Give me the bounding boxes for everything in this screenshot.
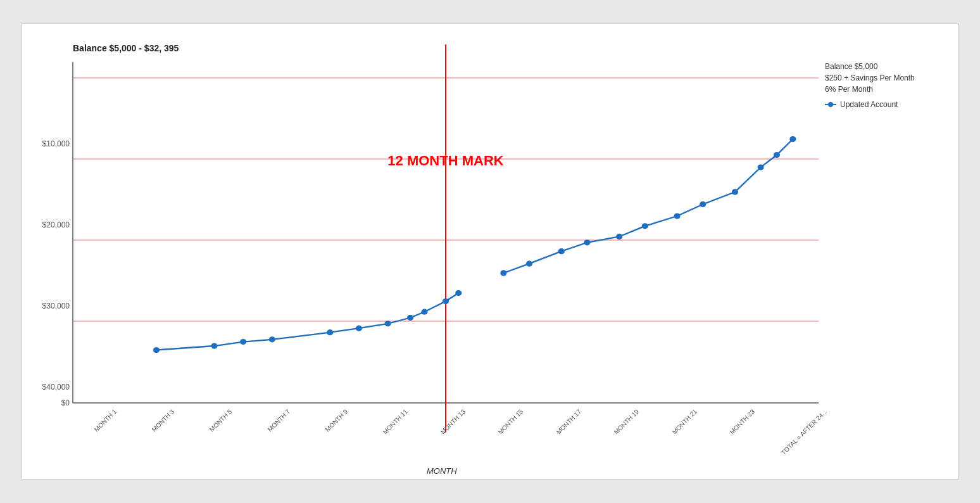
legend: Balance $5,000 $250 + Savings Per Month …	[825, 62, 945, 111]
data-point	[642, 223, 648, 229]
data-point	[455, 290, 462, 296]
legend-line3: 6% Per Month	[825, 85, 945, 94]
chart-container: Balance $5,000 - $32, 395	[22, 23, 958, 480]
x-label-month21: MONTH 21	[670, 408, 698, 436]
legend-series-icon	[825, 102, 836, 107]
y-label-40k: $40,000	[42, 383, 70, 392]
legend-series-label: Updated Account	[840, 100, 898, 109]
data-point	[421, 309, 427, 315]
data-point	[407, 315, 413, 321]
chart-area: $40,000 $30,000 $20,000 $10,000 $0 MONTH…	[73, 62, 819, 403]
chart-svg	[73, 62, 819, 403]
data-point	[500, 270, 506, 276]
legend-line2: $250 + Savings Per Month	[825, 73, 945, 82]
x-axis-title: MONTH	[427, 466, 457, 476]
x-label-month19: MONTH 19	[613, 408, 641, 436]
y-label-20k: $20,000	[42, 220, 70, 229]
data-point	[240, 339, 246, 345]
x-label-month15: MONTH 15	[497, 408, 525, 436]
x-label-month1: MONTH 1	[92, 408, 118, 433]
data-point	[443, 298, 449, 304]
x-label-month7: MONTH 7	[266, 408, 291, 433]
x-label-month13: MONTH 13	[439, 408, 467, 436]
legend-series: Updated Account	[825, 100, 945, 109]
data-point	[269, 336, 275, 342]
data-point	[558, 248, 565, 254]
data-point	[774, 152, 780, 158]
x-label-month11: MONTH 11	[381, 408, 409, 436]
data-point	[584, 239, 590, 245]
data-point	[732, 189, 738, 194]
y-label-0: $0	[61, 398, 70, 407]
x-label-total: TOTAL = AFTER 24...	[780, 408, 828, 456]
data-point	[327, 329, 333, 335]
chart-title: Balance $5,000 - $32, 395	[73, 43, 179, 53]
legend-line-svg	[825, 101, 836, 108]
data-point	[789, 136, 796, 142]
svg-point-1	[828, 102, 833, 107]
data-point	[526, 261, 532, 267]
x-label-month3: MONTH 3	[151, 408, 176, 433]
x-label-month5: MONTH 5	[208, 408, 234, 433]
data-point	[700, 201, 706, 207]
data-point	[356, 326, 362, 331]
x-label-month17: MONTH 17	[555, 408, 582, 436]
x-label-month23: MONTH 23	[728, 408, 756, 436]
x-label-month9: MONTH 9	[324, 408, 349, 433]
data-point	[674, 213, 681, 219]
y-label-10k: $10,000	[42, 139, 70, 148]
y-label-30k: $30,000	[42, 302, 70, 310]
data-point	[211, 343, 217, 348]
data-point	[616, 234, 622, 239]
data-point	[153, 347, 160, 353]
legend-line1: Balance $5,000	[825, 62, 945, 71]
data-point	[385, 321, 391, 326]
data-point	[758, 164, 764, 170]
